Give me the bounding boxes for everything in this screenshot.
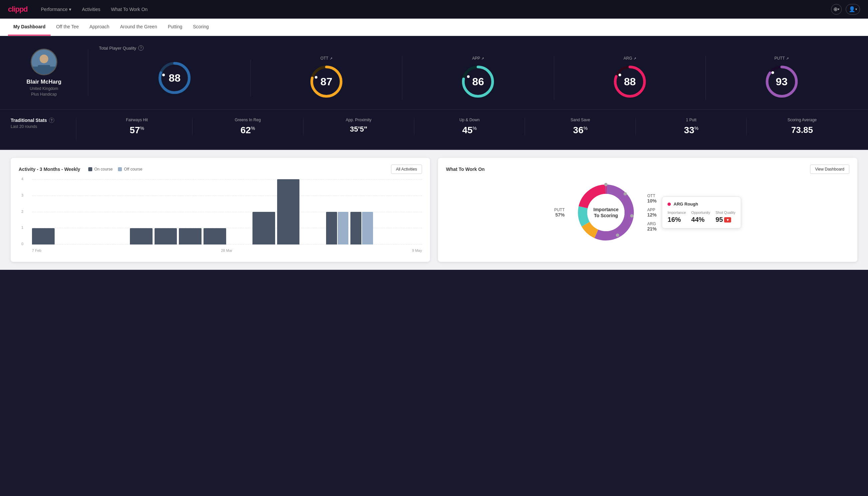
bar-on-4 bbox=[130, 228, 153, 245]
chevron-down-icon: ▾ bbox=[855, 7, 857, 11]
tooltip-opportunity: Opportunity 44% bbox=[691, 211, 710, 223]
tab-putting[interactable]: Putting bbox=[162, 19, 188, 36]
activity-card: Activity - 3 Months - Weekly On course O… bbox=[11, 158, 430, 262]
quality-section: Total Player Quality ? 88 OTT ↗ bbox=[99, 45, 857, 100]
activity-card-title: Activity - 3 Months - Weekly bbox=[19, 167, 80, 172]
legend-off-course: Off course bbox=[118, 167, 142, 172]
stat-1putt: 1 Putt 33% bbox=[636, 118, 747, 136]
stat-proximity: App. Proximity 35'5" bbox=[303, 118, 414, 136]
svg-point-25 bbox=[624, 192, 627, 196]
ott-value: 87 bbox=[320, 76, 332, 88]
stat-sandsave: Sand Save 36% bbox=[525, 118, 636, 136]
nav-performance[interactable]: Performance ▾ bbox=[41, 5, 71, 13]
stat-fairways: Fairways Hit 57% bbox=[82, 118, 192, 136]
stat-scoring: Scoring Average 73.85 bbox=[747, 118, 857, 136]
donut-center: Importance To Scoring bbox=[594, 206, 618, 218]
svg-point-15 bbox=[618, 74, 621, 76]
tab-scoring[interactable]: Scoring bbox=[188, 19, 214, 36]
donut-chart: Importance To Scoring bbox=[572, 179, 639, 246]
stat-gir: Greens In Reg 62% bbox=[192, 118, 303, 136]
arg-value: 88 bbox=[624, 76, 636, 88]
gauge-svg-ott: 87 bbox=[308, 63, 345, 100]
tooltip-shot-quality: Shot Quality 95 ▼ bbox=[715, 211, 736, 223]
tab-my-dashboard[interactable]: My Dashboard bbox=[8, 19, 51, 36]
bar-group-6 bbox=[179, 228, 202, 245]
bar-group-5 bbox=[155, 228, 177, 245]
player-divider bbox=[88, 49, 88, 96]
activity-card-header: Activity - 3 Months - Weekly On course O… bbox=[19, 165, 422, 174]
bar-group-13 bbox=[350, 212, 373, 245]
bar-group-9 bbox=[252, 212, 275, 245]
bar-on-12 bbox=[326, 212, 337, 245]
legend-dot-off bbox=[118, 167, 122, 171]
gauge-svg-app: 86 bbox=[460, 63, 496, 100]
gauge-svg-putt: 93 bbox=[763, 63, 800, 100]
bar-off-13 bbox=[362, 212, 373, 245]
wtwon-title: What To Work On bbox=[446, 167, 485, 172]
plus-icon: ⊕ bbox=[833, 6, 838, 12]
putt-value: 93 bbox=[776, 76, 788, 88]
bottom-section: Activity - 3 Months - Weekly On course O… bbox=[0, 150, 868, 270]
stats-grid: Fairways Hit 57% Greens In Reg 62% App. … bbox=[82, 118, 857, 136]
arrow-icon: ↗ bbox=[633, 57, 636, 60]
gauge-arg: ARG ↗ 88 bbox=[554, 56, 706, 100]
svg-point-6 bbox=[162, 74, 165, 76]
gauge-overall: 88 bbox=[99, 60, 251, 96]
stats-section: Traditional Stats ? Last 20 rounds Fairw… bbox=[0, 110, 868, 150]
svg-point-18 bbox=[771, 71, 774, 74]
gauge-app: APP ↗ 86 bbox=[403, 56, 554, 100]
bar-on-13 bbox=[350, 212, 361, 245]
bar-on-10 bbox=[277, 179, 300, 245]
tab-around-the-green[interactable]: Around the Green bbox=[114, 19, 162, 36]
stats-divider bbox=[76, 118, 76, 141]
nav-activities[interactable]: Activities bbox=[82, 5, 100, 13]
bar-on-7 bbox=[204, 228, 226, 245]
help-icon-stats[interactable]: ? bbox=[49, 118, 54, 123]
donut-left-labels: PUTT 57% bbox=[554, 207, 565, 218]
svg-point-26 bbox=[630, 214, 633, 218]
tooltip-card: ARG Rough Importance 16% Opportunity 44%… bbox=[662, 197, 741, 229]
gauge-svg-overall: 88 bbox=[156, 60, 193, 96]
tab-approach[interactable]: Approach bbox=[84, 19, 114, 36]
legend-on-course: On course bbox=[88, 167, 113, 172]
x-label-0: 7 Feb bbox=[32, 248, 41, 252]
gauge-putt: PUTT ↗ 93 bbox=[706, 56, 857, 100]
tooltip-dot bbox=[667, 203, 671, 206]
user-button[interactable]: 👤 ▾ bbox=[846, 4, 860, 15]
avatar bbox=[31, 49, 57, 75]
nav-what-to-work-on[interactable]: What To Work On bbox=[111, 5, 147, 13]
tab-off-the-tee[interactable]: Off the Tee bbox=[51, 19, 84, 36]
legend-dot-on bbox=[88, 167, 92, 171]
bar-off-12 bbox=[338, 212, 349, 245]
add-button[interactable]: ⊕ ▾ bbox=[831, 4, 842, 15]
x-label-2: 9 May bbox=[412, 248, 422, 252]
all-activities-button[interactable]: All Activities bbox=[391, 165, 422, 174]
gauges: 88 OTT ↗ 87 bbox=[99, 56, 857, 100]
wtwon-header: What To Work On View Dashboard bbox=[446, 165, 849, 174]
bar-group-0 bbox=[32, 228, 54, 245]
bar-group-7 bbox=[204, 228, 226, 245]
tooltip-metrics: Importance 16% Opportunity 44% Shot Qual… bbox=[667, 211, 736, 223]
bar-on-5 bbox=[155, 228, 177, 245]
arrow-icon: ↗ bbox=[481, 57, 484, 60]
player-name: Blair McHarg bbox=[27, 79, 62, 85]
tooltip-importance: Importance 16% bbox=[667, 211, 686, 223]
donut-right-labels: OTT 10% APP 12% ARG 21% bbox=[647, 193, 657, 232]
what-to-work-on-card: What To Work On View Dashboard PUTT 57% bbox=[438, 158, 857, 262]
bar-group-4 bbox=[130, 228, 153, 245]
arrow-icon: ↗ bbox=[786, 57, 789, 60]
view-dashboard-button[interactable]: View Dashboard bbox=[810, 165, 849, 174]
help-icon[interactable]: ? bbox=[138, 45, 144, 51]
logo[interactable]: clippd bbox=[8, 5, 28, 14]
svg-rect-3 bbox=[32, 67, 56, 75]
tooltip-title: ARG Rough bbox=[667, 202, 736, 206]
svg-point-12 bbox=[467, 75, 470, 78]
bar-group-10 bbox=[277, 179, 300, 245]
stat-updown: Up & Down 45% bbox=[414, 118, 525, 136]
overall-value: 88 bbox=[169, 72, 181, 84]
top-nav: clippd Performance ▾ Activities What To … bbox=[0, 0, 868, 19]
donut-area: PUTT 57% bbox=[446, 179, 849, 246]
player-country: United Kingdom bbox=[30, 86, 58, 91]
quality-title: Total Player Quality ? bbox=[99, 45, 857, 51]
chevron-down-icon: ▾ bbox=[838, 7, 839, 11]
